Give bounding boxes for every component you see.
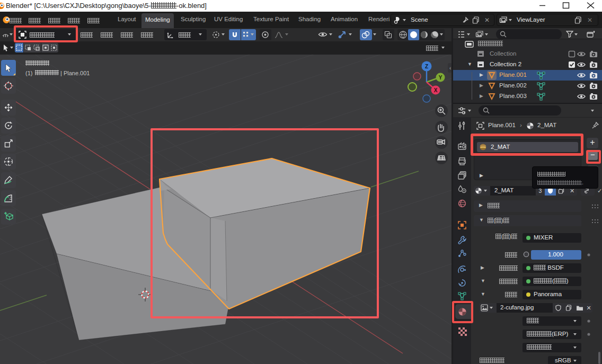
svg-text:‹: ‹ <box>449 65 451 71</box>
svg-text:X: X <box>434 87 438 93</box>
svg-text:| Plane.001: | Plane.001 <box>60 70 90 76</box>
svg-text:Y: Y <box>439 75 442 81</box>
svg-text:Z: Z <box>425 64 428 69</box>
svg-text:(1): (1) <box>25 70 32 76</box>
